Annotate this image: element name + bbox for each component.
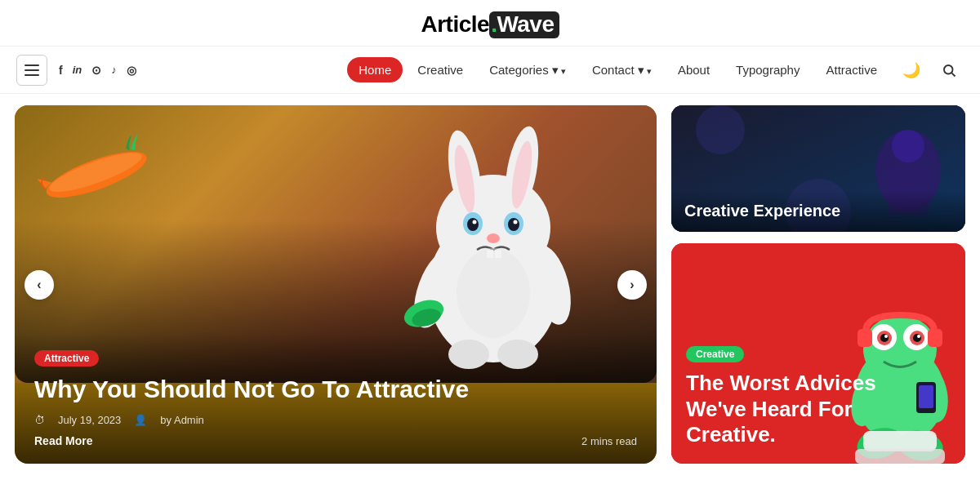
- slider-author: by Admin: [160, 414, 203, 426]
- svg-line-1: [951, 73, 955, 76]
- svg-point-17: [487, 233, 500, 243]
- site-title: Article.Wave: [0, 11, 980, 38]
- nav-item-attractive[interactable]: Attractive: [814, 57, 889, 82]
- whatsapp-icon[interactable]: ◎: [127, 64, 136, 77]
- svg-point-26: [457, 248, 530, 338]
- nav-action-icons: 🌙: [897, 56, 964, 85]
- card-creative-frog[interactable]: Creative The Worst Advices We've Heard F…: [671, 243, 965, 464]
- svg-point-13: [467, 218, 479, 231]
- svg-point-30: [892, 130, 924, 162]
- slider-meta: ⏱ July 19, 2023 👤 by Admin: [34, 414, 637, 426]
- bunny-figure: [379, 105, 608, 383]
- svg-point-15: [473, 220, 477, 224]
- title-wave: .Wave: [489, 11, 559, 38]
- card-top-title: Creative Experience: [684, 202, 952, 220]
- svg-point-14: [508, 218, 519, 231]
- instagram-icon[interactable]: ⊙: [91, 64, 101, 77]
- svg-point-24: [448, 340, 489, 369]
- navbar: f in ⊙ ♪ ◎ Home Creative Categories ▾ Co…: [0, 47, 980, 94]
- slider-prev-button[interactable]: ‹: [24, 270, 54, 300]
- hamburger-line: [24, 69, 39, 71]
- slider-date: July 19, 2023: [58, 414, 121, 426]
- nav-links: Home Creative Categories ▾ Contact ▾ Abo…: [347, 57, 889, 83]
- search-icon: [942, 63, 956, 78]
- facebook-icon[interactable]: f: [59, 64, 63, 77]
- card-bottom-image: Creative The Worst Advices We've Heard F…: [671, 243, 965, 464]
- nav-item-typography[interactable]: Typography: [724, 57, 811, 82]
- svg-point-25: [497, 340, 538, 369]
- nav-item-categories[interactable]: Categories ▾: [478, 57, 577, 83]
- card-bottom-title: The Worst Advices We've Heard For Creati…: [686, 371, 951, 447]
- card-title-line2: We've Heard For: [686, 397, 853, 421]
- card-title-line3: Creative.: [686, 422, 776, 447]
- card-title-line1: The Worst Advices: [686, 371, 876, 395]
- card-top-overlay: Creative Experience: [671, 190, 965, 232]
- hamburger-line: [24, 64, 39, 66]
- nav-item-contact[interactable]: Contact ▾: [581, 57, 663, 83]
- user-icon: 👤: [134, 414, 147, 426]
- read-time: 2 mins read: [581, 435, 637, 447]
- card-bottom-badge[interactable]: Creative: [686, 346, 744, 362]
- card-bottom-overlay: Creative The Worst Advices We've Heard F…: [671, 331, 965, 464]
- right-sidebar: Creative Experience: [671, 105, 965, 464]
- bottom-sections: Trending Posts Creative: [0, 464, 980, 480]
- nav-item-home[interactable]: Home: [347, 57, 403, 82]
- svg-point-32: [696, 105, 745, 154]
- linkedin-icon[interactable]: in: [73, 64, 82, 76]
- hamburger-line: [24, 74, 39, 76]
- card-top-image: Creative Experience: [671, 105, 965, 232]
- svg-point-16: [514, 220, 518, 224]
- dark-mode-button[interactable]: 🌙: [897, 56, 926, 85]
- main-content: ‹ › Attractive Why You Should Not Go To …: [0, 94, 980, 464]
- slider-footer: Read More 2 mins read: [34, 434, 637, 447]
- title-prefix: Article: [421, 11, 489, 37]
- hero-slider: ‹ › Attractive Why You Should Not Go To …: [15, 105, 657, 464]
- card-creative-experience[interactable]: Creative Experience: [671, 105, 965, 232]
- carrot-decoration: [34, 132, 158, 216]
- tiktok-icon[interactable]: ♪: [111, 64, 117, 76]
- svg-point-0: [944, 65, 953, 74]
- hamburger-button[interactable]: [16, 55, 47, 86]
- nav-item-creative[interactable]: Creative: [406, 57, 474, 82]
- site-header: Article.Wave: [0, 0, 980, 47]
- read-more-link[interactable]: Read More: [34, 434, 93, 447]
- social-icons: f in ⊙ ♪ ◎: [59, 64, 136, 77]
- search-button[interactable]: [934, 56, 964, 85]
- slider-category-badge[interactable]: Attractive: [34, 350, 99, 367]
- slider-next-button[interactable]: ›: [617, 270, 647, 300]
- nav-item-about[interactable]: About: [666, 57, 721, 82]
- clock-icon: ⏱: [34, 414, 45, 426]
